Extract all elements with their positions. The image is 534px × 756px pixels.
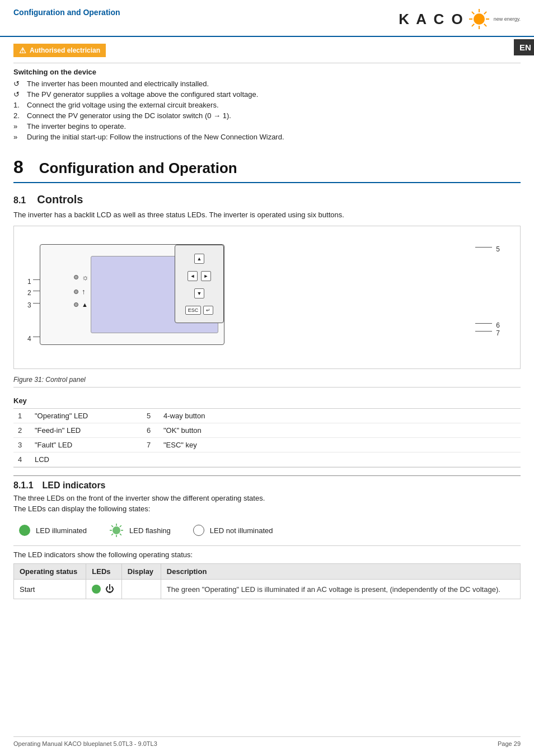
- key-num2: 7: [142, 438, 159, 452]
- key-row: 4 LCD: [13, 452, 521, 467]
- led-row-1: ☼: [74, 273, 89, 282]
- led-icons: ⏻: [92, 584, 115, 594]
- col-leds: LEDs: [86, 564, 121, 580]
- new-energy-label: new energy.: [494, 16, 521, 22]
- en-badge: EN: [514, 39, 534, 55]
- section-811-intro2: The LEDs can display the following state…: [13, 505, 521, 513]
- ok-btn[interactable]: ↵: [203, 306, 213, 315]
- led-flashing-item: LED flashing: [109, 523, 171, 538]
- led-arrow-up-icon: ↑: [82, 287, 86, 296]
- svg-line-8: [472, 24, 474, 26]
- svg-line-7: [484, 12, 486, 14]
- col-description: Description: [161, 564, 520, 580]
- label-2: 2: [27, 289, 31, 297]
- col-display: Display: [121, 564, 161, 580]
- nav-left-btn[interactable]: ◄: [188, 271, 198, 281]
- svg-line-16: [120, 525, 121, 527]
- list-item: ↺ The inverter has been mounted and elec…: [13, 80, 521, 88]
- op-status-intro: The LED indicators show the following op…: [13, 550, 521, 559]
- key-section: Key 1 "Operating" LED 5 4-way button 2 "…: [13, 393, 521, 468]
- key-title: Key: [13, 393, 521, 409]
- warning-box: ⚠ Authorised electrician: [13, 44, 106, 57]
- svg-point-9: [113, 526, 120, 534]
- label-7: 7: [496, 329, 500, 337]
- power-icon: ⏻: [105, 584, 114, 594]
- kaco-sun-icon: [468, 8, 490, 30]
- key-num2: [142, 452, 159, 467]
- nav-up-btn[interactable]: ▲: [194, 254, 204, 264]
- nav-down-row: ▼: [194, 288, 204, 298]
- button-panel: ▲ ◄ ► ▼ ESC ↵: [175, 245, 224, 323]
- led-illuminated-item: LED illuminated: [19, 525, 87, 536]
- svg-line-17: [111, 534, 113, 535]
- esc-ok-row: ESC ↵: [185, 306, 214, 315]
- footer-right: Page 29: [498, 740, 521, 747]
- svg-line-14: [111, 525, 113, 527]
- list-item: ↺ The PV generator supplies a voltage ab…: [13, 90, 521, 99]
- key-label2: [159, 452, 521, 467]
- key-num: 2: [13, 423, 30, 438]
- led-dot-2: [74, 290, 78, 294]
- led-row-2: ↑: [74, 287, 89, 296]
- line-6: [475, 323, 492, 324]
- svg-line-6: [484, 24, 486, 26]
- op-leds-cell: ⏻: [86, 580, 121, 599]
- section-81-intro: The inverter has a backlit LCD as well a…: [13, 211, 521, 219]
- led-not-illuminated-item: LED not illuminated: [193, 525, 273, 536]
- section-8-num: 8: [13, 157, 24, 178]
- circle-icon: ↺: [13, 80, 22, 88]
- list-item: 2. Connect the PV generator using the DC…: [13, 111, 521, 120]
- op-desc-cell: The green "Operating" LED is illuminated…: [161, 580, 520, 599]
- label-4: 4: [27, 335, 31, 343]
- header-section-title: Configuration and Operation: [13, 8, 120, 17]
- switch-title: Switching on the device: [13, 68, 521, 76]
- nav-down-btn[interactable]: ▼: [194, 288, 204, 298]
- led-triangle-icon: ▲: [82, 301, 88, 308]
- nav-lr-row: ◄ ►: [188, 271, 211, 281]
- section-81: 8.1 Controls The inverter has a backlit …: [13, 193, 521, 599]
- section-811-header: 8.1.1 LED indicators: [13, 475, 521, 491]
- led-illuminated-label: LED illuminated: [36, 526, 87, 535]
- op-display-cell: [121, 580, 161, 599]
- section-811-title: LED indicators: [43, 480, 106, 491]
- esc-btn[interactable]: ESC: [185, 306, 202, 315]
- label-6: 6: [496, 321, 500, 329]
- key-label: "Operating" LED: [30, 409, 142, 423]
- led-flashing-label: LED flashing: [129, 526, 171, 535]
- op-status-table: Operating status LEDs Display Descriptio…: [13, 563, 521, 599]
- warning-label: Authorised electrician: [30, 46, 100, 54]
- list-item: 1. Connect the grid voltage using the ex…: [13, 101, 521, 109]
- led-indicator-row: LED illuminated: [13, 515, 521, 546]
- footer-left: Operating Manual KACO blueplanet 5.0TL3 …: [13, 740, 157, 747]
- figure-caption: Figure 31: Control panel: [13, 372, 521, 388]
- led-not-illuminated-icon: [193, 525, 204, 536]
- led-panel: ☼ ↑ ▲: [74, 273, 89, 308]
- key-label2: 4-way button: [159, 409, 521, 423]
- section-81-num: 8.1: [13, 195, 26, 206]
- list-item: » The inverter begins to operate.: [13, 122, 521, 130]
- label-3: 3: [27, 301, 31, 309]
- line-5: [475, 247, 492, 248]
- list-item: » During the initial start-up: Follow th…: [13, 133, 521, 141]
- key-label: LCD: [30, 452, 142, 467]
- warning-icon: ⚠: [19, 46, 26, 55]
- op-table-row: Start ⏻ The green "Operating" LED is ill…: [14, 580, 521, 599]
- led-green-icon: [92, 585, 101, 594]
- col-status: Operating status: [14, 564, 86, 580]
- led-not-illuminated-label: LED not illuminated: [210, 526, 273, 535]
- key-num2: 5: [142, 409, 159, 423]
- section-8-header: 8 Configuration and Operation: [13, 157, 521, 178]
- diagram-inner: 1 2 3 4 5 6 7: [23, 233, 511, 362]
- svg-point-0: [474, 13, 485, 25]
- kaco-logo: K A C O new energy.: [399, 8, 521, 30]
- svg-line-5: [472, 12, 474, 14]
- nav-up-row: ▲: [194, 254, 204, 264]
- led-flashing-icon: [109, 523, 124, 538]
- page-footer: Operating Manual KACO blueplanet 5.0TL3 …: [13, 736, 521, 747]
- key-num: 4: [13, 452, 30, 467]
- nav-right-btn[interactable]: ►: [201, 271, 211, 281]
- key-row: 1 "Operating" LED 5 4-way button: [13, 409, 521, 423]
- led-sun-icon: ☼: [82, 273, 89, 282]
- main-content: ⚠ Authorised electrician Switching on th…: [0, 37, 534, 610]
- section-811-intro1: The three LEDs on the front of the inver…: [13, 494, 521, 502]
